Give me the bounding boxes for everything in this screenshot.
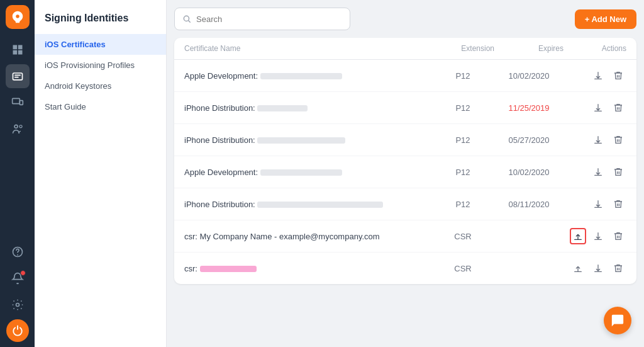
certificate-icon: [11, 70, 24, 82]
delete-button[interactable]: [610, 100, 626, 116]
upload-icon: [573, 263, 583, 273]
extension-cell: P12: [431, 200, 494, 209]
sidebar: Signing Identities iOS Certificates iOS …: [35, 0, 167, 347]
top-bar: + Add New: [174, 8, 636, 30]
download-button[interactable]: [590, 164, 606, 180]
svg-point-7: [16, 304, 19, 307]
trash-icon: [613, 71, 623, 81]
sidebar-title: Signing Identities: [35, 13, 166, 34]
trash-icon: [613, 199, 623, 209]
table-row: Apple Development: P12 10/02/2020: [174, 156, 636, 188]
actions-cell: [564, 100, 626, 116]
svg-point-5: [19, 125, 21, 128]
nav-item-notifications[interactable]: [6, 266, 30, 290]
download-icon: [593, 71, 603, 81]
trash-icon: [613, 103, 623, 113]
sidebar-item-ios-certificates[interactable]: iOS Certificates: [35, 34, 166, 55]
sidebar-item-start-guide[interactable]: Start Guide: [35, 96, 166, 117]
svg-rect-1: [13, 73, 22, 80]
actions-cell: [564, 164, 626, 180]
download-button[interactable]: [590, 100, 606, 116]
delete-button[interactable]: [610, 260, 626, 276]
header-expires: Expires: [494, 44, 564, 53]
download-icon: [593, 231, 603, 241]
team-icon: [11, 123, 24, 135]
extension-cell: CSR: [431, 232, 494, 241]
delete-button[interactable]: [610, 67, 626, 84]
cert-name-redacted: [257, 105, 308, 111]
trash-icon: [613, 231, 623, 241]
nav-item-help[interactable]: [6, 240, 30, 264]
extension-cell: P12: [431, 71, 494, 81]
expires-cell: 08/11/2020: [494, 200, 564, 209]
chat-icon: [611, 314, 625, 327]
svg-point-0: [16, 14, 19, 18]
download-icon: [593, 135, 603, 145]
extension-cell: CSR: [431, 264, 494, 273]
actions-cell: [564, 67, 626, 84]
cert-name: iPhone Distribution:: [184, 200, 431, 209]
expires-cell: 10/02/2020: [494, 168, 564, 177]
actions-cell: [564, 196, 626, 212]
trash-icon: [613, 135, 623, 145]
svg-rect-2: [12, 98, 19, 103]
expires-cell: 11/25/2019: [494, 103, 564, 113]
table-row: iPhone Distribution: P12 11/25/2019: [174, 92, 636, 124]
download-icon: [593, 103, 603, 113]
extension-cell: P12: [431, 135, 494, 145]
search-box[interactable]: [174, 8, 350, 30]
chat-button[interactable]: [604, 307, 631, 334]
help-icon: [11, 246, 24, 258]
search-input[interactable]: [196, 14, 342, 24]
table-header: Certificate Name Extension Expires Actio…: [174, 38, 636, 60]
download-button[interactable]: [590, 196, 606, 212]
sidebar-item-ios-provisioning[interactable]: iOS Provisioning Profiles: [35, 55, 166, 76]
header-actions: Actions: [564, 44, 626, 53]
delete-button[interactable]: [610, 228, 626, 244]
download-button[interactable]: [590, 67, 606, 84]
header-extension: Extension: [431, 44, 494, 53]
nav-item-devices[interactable]: [6, 91, 30, 115]
grid-icon: [11, 43, 24, 56]
table-row: Apple Development: P12 10/02/2020: [174, 60, 636, 92]
add-new-button[interactable]: + Add New: [575, 9, 636, 29]
download-button[interactable]: [590, 228, 606, 244]
actions-cell: [564, 132, 626, 148]
download-icon: [593, 263, 603, 273]
nav-bar: [0, 0, 35, 347]
devices-icon: [11, 96, 24, 109]
cert-name-redacted: [260, 169, 342, 176]
trash-icon: [613, 263, 623, 273]
nav-item-settings[interactable]: [6, 293, 30, 317]
upload-icon: [573, 231, 583, 241]
delete-button[interactable]: [610, 164, 626, 180]
nav-item-power[interactable]: [6, 319, 29, 342]
nav-item-team[interactable]: [6, 117, 30, 141]
download-icon: [593, 167, 603, 177]
sidebar-item-android-keystores[interactable]: Android Keystores: [35, 76, 166, 96]
delete-button[interactable]: [610, 196, 626, 212]
cert-name: csr:: [184, 264, 431, 273]
cert-name: iPhone Distribution:: [184, 135, 431, 145]
cert-name: iPhone Distribution:: [184, 103, 431, 113]
gear-icon: [11, 299, 24, 311]
download-icon: [593, 199, 603, 209]
svg-point-4: [14, 125, 18, 128]
nav-item-dashboard[interactable]: [6, 38, 30, 62]
actions-cell: [564, 260, 626, 276]
upload-button[interactable]: [570, 228, 586, 244]
table-row: csr: CSR: [174, 253, 636, 284]
extension-cell: P12: [431, 168, 494, 177]
app-logo[interactable]: [6, 5, 30, 29]
cert-name: Apple Development:: [184, 71, 431, 81]
cert-name: Apple Development:: [184, 168, 431, 177]
download-button[interactable]: [590, 132, 606, 148]
delete-button[interactable]: [610, 132, 626, 148]
nav-item-signing[interactable]: [6, 64, 30, 88]
upload-button[interactable]: [570, 260, 586, 276]
certificates-table: Certificate Name Extension Expires Actio…: [174, 38, 636, 284]
expires-cell: 10/02/2020: [494, 71, 564, 81]
extension-cell: P12: [431, 103, 494, 113]
cert-name-redacted: [257, 202, 383, 208]
download-button[interactable]: [590, 260, 606, 276]
